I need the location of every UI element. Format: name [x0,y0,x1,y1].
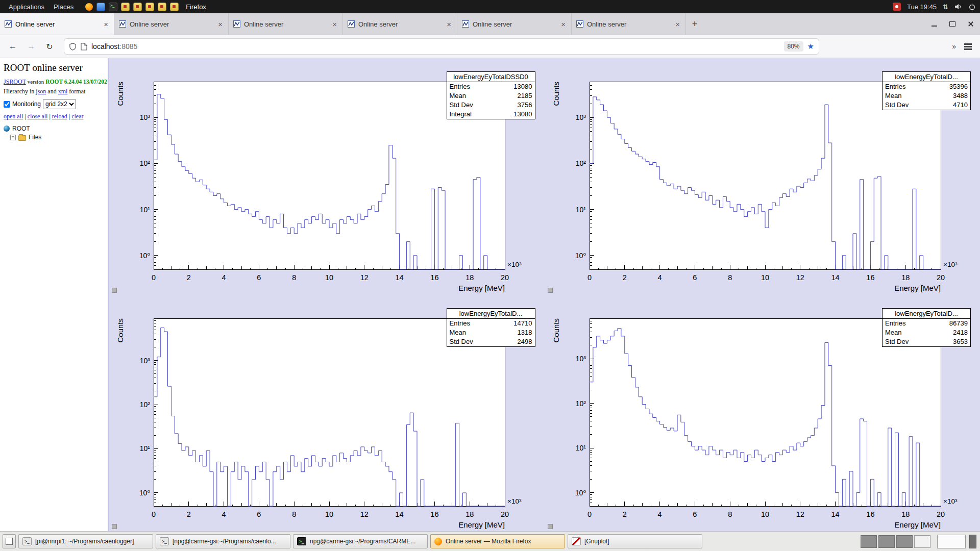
action-link-reload[interactable]: reload [52,113,67,120]
tab-close-icon[interactable]: × [331,20,338,29]
zoom-indicator[interactable]: 80% [784,41,803,52]
url-host: localhost [91,42,119,51]
layout-select[interactable]: grid 2x2 [43,99,76,109]
app-launcher-icon[interactable] [121,3,130,11]
hierarchy-text: format [69,88,85,95]
taskbar-button[interactable]: >_npg@carme-gsi:~/Programs/CARME... [293,534,428,548]
power-icon[interactable] [968,3,976,11]
stats-box[interactable]: lowEnergyEyTotalD...Entries14710Mean1318… [447,308,535,347]
action-link-open-all[interactable]: open all [4,113,23,120]
workspace-cell-current[interactable] [914,535,930,548]
applications-menu[interactable]: Applications [4,0,49,13]
x-tick-label: 14 [396,510,404,518]
tab-title: Online server [473,20,556,28]
input-switcher-icon[interactable]: ⇅ [943,3,948,11]
action-link-close-all[interactable]: close all [28,113,48,120]
browser-tab[interactable]: Online server× [343,13,457,35]
y-axis-title: Counts [552,318,560,343]
app-launcher-icon[interactable] [133,3,142,11]
browser-tab[interactable]: Online server× [114,13,229,35]
browser-tab[interactable]: Online server× [229,13,343,35]
stats-value: 3488 [953,91,968,101]
tree-item-root[interactable]: ROOT [4,125,107,132]
back-button[interactable]: ← [5,39,20,54]
axis-multiplier-label: ×10³ [507,497,522,505]
xml-link[interactable]: xml [58,88,68,95]
stats-box[interactable]: lowEnergyEyTotalD...Entries86739Mean2418… [882,308,971,347]
plot-pad-3: 10⁰10¹10²10³02468101214161820×10³Energy … [109,295,545,532]
tab-close-icon[interactable]: × [560,20,567,29]
window-minimize-button[interactable] [925,13,943,35]
tab-favicon-icon [576,20,583,28]
y-tick-label: 10³ [575,113,586,121]
taskbar-button-label: npg@carme-gsi:~/Programs/CARME... [310,538,415,545]
taskbar-button[interactable]: Online server — Mozilla Firefox [430,534,565,548]
pad-resize-handle[interactable] [112,524,117,529]
workspace-cell[interactable] [878,535,895,548]
app-launcher-icon[interactable] [170,3,179,11]
app-launcher-icon[interactable] [145,3,154,11]
browser-tab[interactable]: Online server× [572,13,686,35]
window-maximize-button[interactable] [943,13,962,35]
show-desktop-button[interactable] [3,534,16,548]
url-bar[interactable]: localhost:8085 80% ★ [64,39,819,54]
new-tab-button[interactable]: + [686,13,703,35]
taskbar-button[interactable]: >_[pi@nnrpi1: ~/Programs/caenlogger] [18,534,153,548]
jsroot-link[interactable]: JSROOT [4,78,26,85]
stats-value: 3756 [518,101,532,110]
reload-button[interactable]: ↻ [42,39,57,54]
workspace-cell[interactable] [861,535,877,548]
y-tick-label: 10⁰ [575,488,586,496]
tab-title: Online server [358,20,442,28]
app-launcher-icon[interactable] [158,3,166,11]
screen-record-icon[interactable] [893,3,901,11]
tab-close-icon[interactable]: × [446,20,452,29]
forward-button[interactable]: → [23,39,39,54]
tree-item-files[interactable]: + Files [10,134,107,141]
tray-area[interactable] [937,535,966,548]
axis-multiplier-label: ×10³ [507,261,522,268]
monitoring-checkbox[interactable] [4,101,10,108]
pad-resize-handle[interactable] [548,288,553,293]
shield-icon[interactable] [69,43,77,51]
bookmark-star-icon[interactable]: ★ [807,42,814,51]
json-link[interactable]: json [36,88,46,95]
x-tick-label: 12 [360,273,369,282]
expand-icon[interactable]: + [10,135,16,140]
window-close-button[interactable] [962,13,980,35]
clock[interactable]: Tue 19:45 [907,3,937,11]
pad-resize-handle[interactable] [548,524,553,529]
stats-value: 13080 [513,82,532,91]
pad-resize-handle[interactable] [112,288,117,293]
taskbar-button[interactable]: [Gnuplot] [568,534,702,548]
page-info-icon[interactable] [81,43,87,51]
firefox-launcher-icon[interactable] [85,3,93,11]
workspace-cell[interactable] [896,535,913,548]
stats-row: Std Dev3653 [883,337,970,346]
stats-box[interactable]: lowEnergyEyTotalD...Entries35396Mean3488… [882,71,971,110]
tab-close-icon[interactable]: × [674,20,681,29]
tab-title: Online server [130,20,213,28]
x-tick-label: 16 [866,273,874,282]
tab-close-icon[interactable]: × [217,20,224,29]
workspace-switcher [861,535,977,548]
stats-label: Std Dev [450,101,473,110]
browser-tab[interactable]: Online server× [0,13,114,35]
volume-icon[interactable] [954,3,962,10]
browser-tab[interactable]: Online server× [457,13,572,35]
x-tick-label: 0 [587,510,591,518]
files-launcher-icon[interactable] [96,3,105,11]
app-menu-icon[interactable] [964,46,972,47]
y-axis-title: Counts [552,82,560,106]
tab-title: Online server [587,20,671,28]
overflow-menu-icon[interactable]: » [952,42,956,51]
terminal-launcher-icon[interactable] [109,3,117,11]
show-desktop-strip[interactable] [969,535,976,548]
places-menu[interactable]: Places [49,0,78,13]
tab-close-icon[interactable]: × [103,20,109,29]
x-axis-title: Energy [MeV] [458,284,505,292]
stats-box[interactable]: lowEnergyEyTotalDSSD0Entries13080Mean218… [447,71,535,119]
action-link-clear[interactable]: clear [71,113,83,120]
y-tick-label: 10³ [140,356,151,364]
taskbar-button[interactable]: >_[npg@carme-gsi:~/Programs/caenlo... [156,534,290,548]
